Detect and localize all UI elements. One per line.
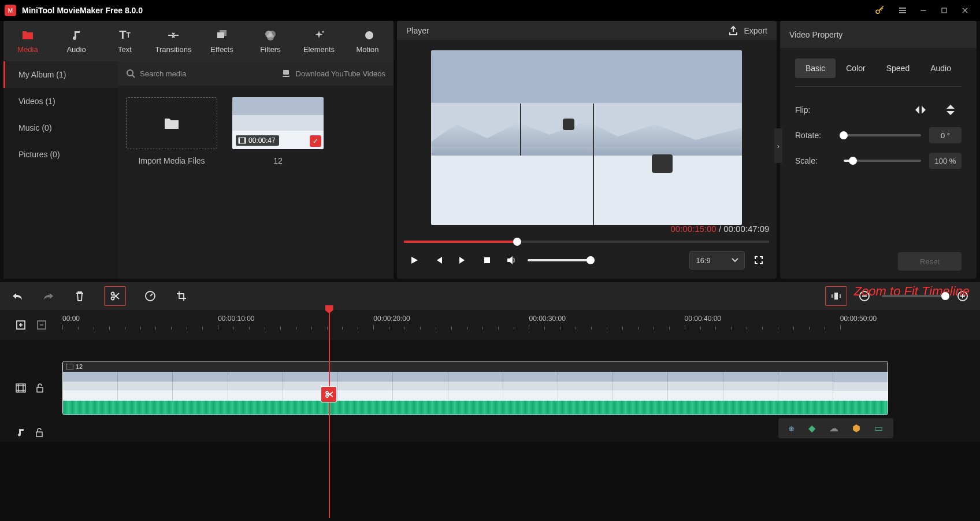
album-music[interactable]: Music (0) [3, 114, 118, 141]
svg-rect-13 [244, 138, 246, 143]
tray-icon[interactable]: ⬢ [852, 423, 860, 434]
tray-icon[interactable]: ☁ [829, 423, 838, 434]
timeline: 00:0000:00:10:0000:00:20:0000:00:30:0000… [0, 279, 980, 442]
clip-duration: 00:00:47 [248, 136, 276, 145]
scissors-icon[interactable] [321, 386, 337, 402]
ptab-basic[interactable]: Basic [795, 58, 836, 78]
album-sidebar: My Album (1) Videos (1) Music (0) Pictur… [3, 61, 118, 279]
video-track-lock-icon[interactable] [33, 381, 47, 395]
app-title: MiniTool MovieMaker Free 8.0.0 [22, 6, 143, 15]
expand-tracks-button[interactable] [14, 318, 28, 332]
download-icon [281, 69, 291, 77]
zoom-slider[interactable] [882, 295, 945, 297]
filters-icon [264, 29, 277, 42]
music-note-icon [70, 29, 82, 42]
flip-vertical-button[interactable] [940, 101, 962, 119]
scale-value[interactable]: 100 % [929, 153, 962, 169]
app-logo: M [5, 5, 16, 16]
minimize-button[interactable] [913, 0, 934, 21]
undo-button[interactable] [10, 289, 24, 303]
album-pictures[interactable]: Pictures (0) [3, 141, 118, 168]
tray-icon[interactable]: ▭ [874, 423, 883, 434]
rotate-label: Rotate: [795, 131, 844, 140]
svg-rect-1 [942, 8, 946, 13]
player-title: Player [406, 26, 429, 35]
search-input[interactable]: Search media [140, 69, 186, 78]
tray-icon[interactable]: ◆ [808, 423, 815, 434]
split-button[interactable] [104, 286, 126, 306]
svg-rect-12 [239, 138, 240, 143]
zoom-to-fit-button[interactable] [825, 286, 847, 306]
volume-slider[interactable] [528, 259, 591, 261]
maximize-button[interactable] [934, 0, 955, 21]
tab-elements[interactable]: Elements [295, 21, 343, 61]
export-button[interactable]: Export [728, 25, 767, 36]
folder-icon [21, 29, 34, 42]
svg-rect-3 [220, 30, 227, 36]
reset-button[interactable]: Reset [898, 252, 962, 271]
tray-icon[interactable]: ⎈ [789, 423, 795, 434]
rotate-slider[interactable] [844, 134, 921, 136]
next-frame-button[interactable] [452, 250, 473, 271]
svg-point-8 [365, 31, 373, 39]
tab-effects[interactable]: Effects [198, 21, 246, 61]
crop-button[interactable] [175, 289, 188, 303]
scale-slider[interactable] [844, 160, 921, 162]
svg-point-27 [326, 391, 328, 394]
flip-horizontal-button[interactable] [910, 101, 931, 119]
tab-audio[interactable]: Audio [52, 21, 101, 61]
download-youtube-button[interactable]: Download YouTube Videos [281, 69, 385, 78]
svg-rect-23 [16, 384, 25, 392]
zoom-out-button[interactable] [858, 289, 871, 303]
ptab-speed[interactable]: Speed [876, 58, 920, 78]
close-button[interactable] [955, 0, 975, 21]
filmstrip-icon [66, 364, 73, 369]
search-icon [126, 69, 135, 78]
zoom-in-button[interactable] [956, 289, 970, 303]
effects-icon [216, 29, 228, 42]
fullscreen-button[interactable] [748, 250, 769, 271]
property-title: Video Property [789, 30, 842, 39]
album-videos[interactable]: Videos (1) [3, 88, 118, 114]
prev-frame-button[interactable] [428, 250, 449, 271]
delete-button[interactable] [73, 289, 87, 303]
speed-button[interactable] [143, 289, 157, 303]
check-icon: ✓ [310, 135, 321, 147]
import-media-button[interactable] [126, 97, 217, 149]
album-my-album[interactable]: My Album (1) [3, 61, 118, 88]
volume-icon[interactable] [501, 250, 522, 271]
transition-icon [167, 29, 180, 42]
tab-transitions[interactable]: Transitions [149, 21, 198, 61]
media-clip-thumbnail[interactable]: 00:00:47 ✓ [232, 97, 324, 149]
tab-motion[interactable]: Motion [343, 21, 392, 61]
scale-label: Scale: [795, 156, 844, 165]
panel-collapse-button[interactable]: › [774, 128, 782, 163]
clip-name: 12 [273, 156, 283, 165]
tab-filters[interactable]: Filters [246, 21, 295, 61]
ptab-color[interactable]: Color [836, 58, 875, 78]
play-button[interactable] [404, 250, 425, 271]
collapse-tracks-button[interactable] [35, 318, 49, 332]
redo-button[interactable] [42, 289, 55, 303]
svg-rect-18 [834, 293, 838, 300]
playhead[interactable] [329, 310, 330, 518]
video-track-icon [16, 383, 26, 393]
rotate-value[interactable]: 0 ° [929, 127, 962, 143]
tab-media[interactable]: Media [3, 21, 52, 61]
time-ruler[interactable]: 00:0000:00:10:0000:00:20:0000:00:30:0000… [62, 310, 980, 340]
scrub-bar[interactable] [404, 237, 769, 246]
audio-track-icon [16, 428, 25, 437]
aspect-ratio-select[interactable]: 16:9 [689, 251, 745, 269]
timeline-toolbar [0, 282, 980, 310]
ptab-audio[interactable]: Audio [920, 58, 962, 78]
hamburger-menu-icon[interactable] [892, 0, 913, 21]
tab-text[interactable]: TT Text [101, 21, 149, 61]
media-panel: Media Audio TT Text Transitions Effects … [3, 21, 394, 279]
audio-track-lock-icon[interactable] [32, 426, 46, 439]
timeline-clip[interactable]: 12 [62, 361, 888, 415]
video-preview[interactable] [431, 50, 742, 225]
upgrade-key-icon[interactable] [869, 0, 890, 21]
folder-plus-icon [164, 116, 180, 130]
stop-button[interactable] [477, 250, 498, 271]
video-track: 12 [0, 361, 980, 415]
